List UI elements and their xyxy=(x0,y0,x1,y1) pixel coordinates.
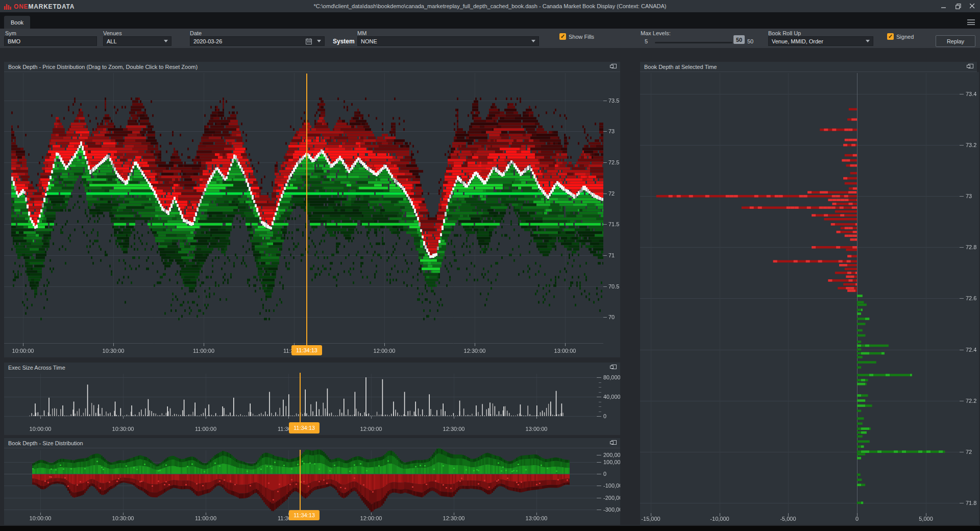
window-title: *C:\omd\client_data\dash\bookdemo\canada… xyxy=(0,3,980,9)
mm-select[interactable]: NONE xyxy=(357,36,539,46)
mm-label: MM xyxy=(357,30,366,36)
size-distribution-title: Book Depth - Size Distribution xyxy=(4,438,620,448)
brand-logo: ONEMARKETDATA xyxy=(4,0,75,12)
max-levels-label: Max Levels: xyxy=(641,30,671,36)
export-icon[interactable] xyxy=(610,64,617,69)
chevron-down-icon xyxy=(531,40,535,42)
close-button[interactable] xyxy=(969,3,976,10)
restore-button[interactable] xyxy=(954,3,962,10)
book-roll-up-select[interactable]: Venue, MMID, Order xyxy=(768,36,873,46)
brand-rest: MARKETDATA xyxy=(28,3,75,10)
max-levels-value: 5 xyxy=(645,38,648,44)
price-distribution-chart[interactable] xyxy=(4,72,620,357)
show-fills-label: Show Fills xyxy=(569,34,594,40)
sym-label: Sym xyxy=(5,30,16,36)
tab-book[interactable]: Book xyxy=(4,16,30,29)
max-levels-slider-handle[interactable]: 50 xyxy=(733,35,745,44)
book-roll-up-label: Book Roll Up xyxy=(768,30,801,36)
signed-label: Signed xyxy=(896,34,914,40)
exec-size-title: Exec Size Across Time xyxy=(4,363,620,373)
export-icon[interactable] xyxy=(967,64,973,69)
max-levels-slider-track[interactable] xyxy=(655,42,732,43)
bottom-strip xyxy=(0,526,980,531)
chevron-down-icon xyxy=(317,40,321,42)
depth-at-time-title: Book Depth at Selected Time xyxy=(640,62,977,72)
chevron-down-icon xyxy=(164,40,168,42)
chevron-down-icon xyxy=(866,40,870,42)
system-label: System xyxy=(333,38,355,45)
venues-select[interactable]: ALL xyxy=(103,36,172,46)
depth-at-time-chart[interactable] xyxy=(640,72,979,525)
time-cursor-badge[interactable]: 11:34:13 xyxy=(289,422,320,433)
date-picker[interactable]: 2020-03-26 xyxy=(190,36,325,46)
control-bar: Sym Venues ALL Date 2020-03-26 System MM… xyxy=(0,29,980,48)
title-bar: ONEMARKETDATA *C:\omd\client_data\dash\b… xyxy=(0,0,980,12)
price-distribution-title: Book Depth - Price Distribution (Drag to… xyxy=(4,62,620,72)
max-levels-max: 50 xyxy=(747,38,753,44)
export-icon[interactable] xyxy=(610,440,617,446)
sym-input[interactable] xyxy=(4,36,97,46)
time-cursor-badge[interactable]: 11:34:13 xyxy=(289,510,320,520)
brand-one: ONE xyxy=(14,3,28,10)
hamburger-menu-icon[interactable] xyxy=(967,19,975,25)
signed-checkbox[interactable]: ✓ xyxy=(887,33,894,40)
venues-label: Venues xyxy=(103,30,122,36)
tab-bar: Book xyxy=(0,12,980,29)
show-fills-checkbox[interactable]: ✓ xyxy=(559,33,566,40)
time-cursor-badge[interactable]: 11:34:13 xyxy=(291,345,322,355)
replay-button[interactable]: Replay xyxy=(936,35,975,47)
export-icon[interactable] xyxy=(610,365,617,370)
date-label: Date xyxy=(190,30,202,36)
bars-logo-icon xyxy=(4,3,11,10)
app-window: ONEMARKETDATA *C:\omd\client_data\dash\b… xyxy=(0,0,980,531)
minimize-button[interactable] xyxy=(940,3,947,10)
calendar-icon[interactable] xyxy=(306,38,312,44)
